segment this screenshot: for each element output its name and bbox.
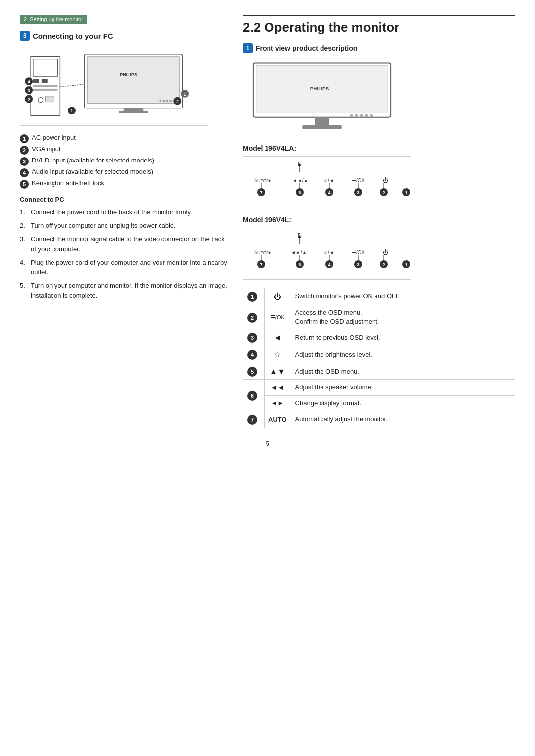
svg-rect-17 — [124, 108, 144, 111]
control-row-2: 2 ☰/OK Access the OSD menu.Confirm the O… — [243, 305, 515, 329]
bullet-num-1: 1 — [20, 134, 29, 143]
svg-rect-2 — [33, 79, 39, 83]
section1-number: 1 — [243, 43, 253, 53]
svg-text:3: 3 — [28, 88, 30, 93]
bullet-item-4: 4 Audio input (available for selected mo… — [20, 168, 228, 177]
svg-text:3: 3 — [357, 190, 359, 195]
svg-text:1: 1 — [405, 190, 407, 195]
model-196v4l-diagram: 5 AUTO/▼ ◄►/▲ ☆/◄ ☰/OK ⏻ 7 6 4 — [243, 228, 411, 280]
svg-point-33 — [350, 114, 353, 117]
svg-point-20 — [162, 100, 165, 102]
bullet-num-4: 4 — [20, 168, 29, 177]
ctrl-num-4: 4 — [247, 350, 257, 360]
controls-table: 1 ⏻ Switch monitor's power ON and OFF. 2… — [243, 288, 515, 428]
control-row-3: 3 ◄ Return to previous OSD level. — [243, 329, 515, 346]
svg-text:⏻: ⏻ — [383, 177, 388, 183]
ctrl-desc-2: Access the OSD menu.Confirm the OSD adju… — [291, 305, 515, 329]
ctrl-num-7: 7 — [247, 415, 257, 425]
ctrl-num-2: 2 — [247, 313, 257, 323]
breadcrumb: 2. Setting up the monitor — [20, 15, 87, 24]
bullet-list: 1 AC power input 2 VGA input 3 DVI-D inp… — [20, 134, 228, 189]
svg-rect-38 — [315, 117, 329, 125]
svg-text:1: 1 — [184, 92, 186, 97]
model2-label: Model 196V4L: — [243, 216, 515, 224]
step-2: 2. Turn off your computer and unplug its… — [20, 221, 228, 231]
svg-text:1: 1 — [405, 262, 407, 267]
connect-header: Connect to PC — [20, 196, 228, 203]
section1-title: Front view product description — [256, 44, 357, 52]
svg-text:PHILIPS: PHILIPS — [120, 72, 137, 77]
bullet-num-2: 2 — [20, 146, 29, 155]
ctrl-desc-5: Adjust the OSD menu. — [291, 363, 515, 380]
svg-rect-5 — [33, 89, 57, 91]
bullet-item-1: 1 AC power input — [20, 134, 228, 143]
ctrl-desc-6b: Change display format. — [291, 395, 515, 411]
ctrl-num-1: 1 — [247, 292, 257, 302]
bullet-item-3: 3 DVI-D input (available for selected mo… — [20, 157, 228, 166]
svg-text:2: 2 — [28, 97, 30, 102]
control-row-1: 1 ⏻ Switch monitor's power ON and OFF. — [243, 288, 515, 305]
svg-text:7: 7 — [260, 190, 262, 195]
control-row-7: 7 AUTO Automatically adjust the monitor. — [243, 411, 515, 428]
ctrl-num-6: 6 — [247, 391, 257, 401]
step-5: 5. Turn on your computer and monitor. If… — [20, 281, 228, 300]
control-row-5: 5 ▲▼ Adjust the OSD menu. — [243, 363, 515, 380]
svg-text:6: 6 — [298, 262, 301, 267]
svg-point-19 — [159, 100, 161, 102]
step-1: 1. Connect the power cord to the back of… — [20, 207, 228, 217]
svg-text:2: 2 — [382, 262, 385, 267]
svg-text:AUTO/▼: AUTO/▼ — [254, 178, 272, 183]
svg-text:5: 5 — [298, 162, 301, 166]
svg-point-37 — [370, 114, 373, 117]
bullet-num-3: 3 — [20, 157, 29, 166]
svg-text:◄◄/▲: ◄◄/▲ — [292, 178, 308, 183]
svg-text:☰/OK: ☰/OK — [352, 178, 365, 183]
control-row-4: 4 ☆ Adjust the brightness level. — [243, 346, 515, 363]
ctrl-desc-3: Return to previous OSD level. — [291, 329, 515, 346]
svg-text:☆/◄: ☆/◄ — [323, 178, 334, 183]
section3-number: 3 — [20, 31, 30, 41]
svg-text:◄►/▲: ◄►/▲ — [291, 250, 307, 255]
svg-text:4: 4 — [328, 262, 330, 267]
ctrl-desc-1: Switch monitor's power ON and OFF. — [291, 288, 515, 305]
step-4: 4. Plug the power cord of your computer … — [20, 258, 228, 277]
ctrl-icon-3: ◄ — [265, 329, 291, 346]
ctrl-num-5: 5 — [247, 367, 257, 377]
bullet-item-5: 5 Kensington anti-theft lock — [20, 179, 228, 189]
svg-text:☆/◄: ☆/◄ — [323, 250, 334, 255]
ctrl-icon-6a: ◄◄ — [265, 380, 291, 395]
svg-text:5: 5 — [298, 233, 301, 238]
ctrl-icon-5: ▲▼ — [265, 363, 291, 380]
steps-list: 1. Connect the power cord to the back of… — [20, 207, 228, 300]
svg-text:3: 3 — [357, 262, 359, 267]
svg-text:2: 2 — [382, 190, 385, 195]
bullet-item-2: 2 VGA input — [20, 145, 228, 155]
svg-text:1: 1 — [71, 108, 73, 113]
svg-point-35 — [360, 114, 363, 117]
page-number: 5 — [20, 440, 515, 447]
ctrl-desc-4: Adjust the brightness level. — [291, 346, 515, 363]
svg-text:PHILIPS: PHILIPS — [310, 86, 329, 91]
svg-point-6 — [38, 98, 43, 103]
svg-rect-1 — [33, 59, 57, 77]
control-row-6a: 6 ◄◄ Adjust the speaker volume. — [243, 380, 515, 395]
ctrl-num-3: 3 — [247, 333, 257, 343]
model1-label: Model 196V4LA: — [243, 144, 515, 152]
svg-text:6: 6 — [298, 190, 301, 195]
step-3: 3. Connect the monitor signal cable to t… — [20, 234, 228, 254]
front-view-diagram: PHILIPS — [243, 58, 401, 137]
section3-title: Connecting to your PC — [33, 32, 113, 40]
svg-rect-7 — [46, 96, 54, 102]
svg-rect-18 — [119, 111, 148, 113]
ctrl-icon-7: AUTO — [265, 411, 291, 428]
ctrl-icon-4: ☆ — [265, 346, 291, 363]
ctrl-icon-2: ☰/OK — [265, 305, 291, 329]
svg-point-21 — [166, 100, 168, 102]
svg-rect-15 — [88, 57, 180, 104]
svg-text:4: 4 — [328, 190, 330, 195]
ctrl-icon-1: ⏻ — [265, 288, 291, 305]
svg-rect-39 — [302, 125, 342, 129]
svg-text:4: 4 — [28, 79, 30, 84]
svg-text:2: 2 — [176, 99, 179, 104]
svg-point-34 — [355, 114, 358, 117]
